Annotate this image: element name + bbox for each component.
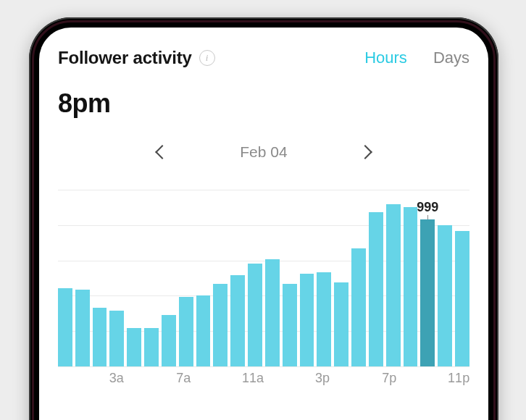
header: Follower activity i Hours Days	[58, 48, 469, 68]
bar-6a[interactable]	[162, 315, 176, 366]
page-title: Follower activity	[58, 48, 192, 68]
x-tick	[330, 371, 347, 387]
x-tick	[209, 371, 225, 387]
x-tick: 11p	[448, 371, 469, 387]
bar-8a[interactable]	[196, 295, 211, 366]
x-tick	[398, 371, 414, 387]
bar-5a[interactable]	[144, 328, 159, 366]
x-tick	[75, 371, 91, 387]
bar-callout: 999	[417, 200, 438, 215]
chart-x-axis: 3a7a11a3p7p11p	[58, 371, 469, 387]
date-label: Feb 04	[240, 143, 287, 161]
x-tick: 7p	[381, 371, 398, 387]
bar-10a[interactable]	[230, 275, 245, 366]
bar-1p[interactable]	[283, 284, 297, 366]
info-icon[interactable]: i	[199, 50, 215, 66]
bar-6p[interactable]	[369, 212, 383, 367]
bar-1a[interactable]	[75, 290, 90, 366]
x-tick: 11a	[242, 371, 264, 387]
x-tick	[125, 371, 141, 387]
bar-9p[interactable]: 999	[420, 219, 435, 366]
chevron-left-icon[interactable]	[155, 145, 170, 159]
x-tick	[91, 371, 108, 387]
bar-11a[interactable]	[248, 264, 262, 366]
x-tick	[280, 371, 297, 387]
follower-activity-chart: 999	[58, 190, 469, 366]
x-tick	[364, 371, 381, 387]
chart-bars: 999	[58, 190, 469, 366]
x-tick	[431, 371, 448, 387]
x-tick: 7a	[175, 371, 192, 387]
phone-frame: Follower activity i Hours Days 8pm Feb 0…	[29, 17, 498, 420]
bar-8p[interactable]	[404, 207, 418, 366]
x-tick: 3p	[314, 371, 330, 387]
x-tick	[141, 371, 158, 387]
chevron-right-icon[interactable]	[358, 145, 372, 159]
bar-3p[interactable]	[317, 272, 331, 366]
x-tick	[348, 371, 364, 387]
bar-12p[interactable]	[265, 259, 280, 366]
x-tick	[264, 371, 280, 387]
bar-3a[interactable]	[109, 311, 124, 366]
bar-2p[interactable]	[300, 274, 314, 366]
tab-days[interactable]: Days	[433, 49, 469, 67]
bar-5p[interactable]	[351, 248, 366, 366]
x-tick	[414, 371, 431, 387]
bar-11p[interactable]	[455, 231, 469, 366]
date-navigator: Feb 04	[58, 143, 469, 161]
tab-hours[interactable]: Hours	[364, 49, 407, 67]
x-tick	[225, 371, 242, 387]
bar-10p[interactable]	[438, 225, 452, 366]
bar-2a[interactable]	[93, 308, 107, 366]
selected-time-heading: 8pm	[58, 88, 469, 119]
bar-7p[interactable]	[386, 204, 401, 366]
x-tick: 3a	[108, 371, 125, 387]
bar-4a[interactable]	[127, 328, 141, 366]
bar-4p[interactable]	[334, 282, 348, 366]
bar-9a[interactable]	[213, 284, 227, 366]
x-tick	[192, 371, 209, 387]
bar-7a[interactable]	[179, 297, 193, 366]
bar-12a[interactable]	[58, 288, 72, 366]
x-tick	[297, 371, 314, 387]
x-tick	[159, 371, 175, 387]
x-tick	[58, 371, 75, 387]
screen: Follower activity i Hours Days 8pm Feb 0…	[39, 28, 488, 420]
